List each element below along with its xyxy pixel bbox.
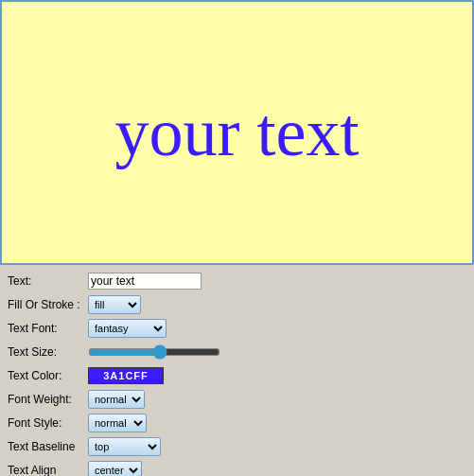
size-label: Text Size: <box>8 345 88 359</box>
color-input-wrapper: 3A1CFF <box>88 367 164 384</box>
color-control-row: Text Color: 3A1CFF <box>8 365 466 386</box>
font-style-select[interactable]: normal italic oblique <box>88 414 147 432</box>
font-label: Text Font: <box>8 322 88 335</box>
preview-text: your text <box>115 94 360 172</box>
font-weight-control-row: Font Weight: normal bold bolder lighter <box>8 389 466 410</box>
controls-panel: Text: Fill Or Stroke : fill stroke Text … <box>0 265 474 476</box>
text-align-control-row: Text Align center left right start end <box>8 460 466 476</box>
text-label: Text: <box>8 274 88 288</box>
font-style-control-row: Font Style: normal italic oblique <box>8 413 466 433</box>
text-input[interactable] <box>88 273 202 290</box>
font-select[interactable]: fantasy serif sans-serif monospace cursi… <box>88 319 167 338</box>
font-weight-label: Font Weight: <box>8 393 88 406</box>
text-align-label: Text Align <box>8 464 88 476</box>
text-baseline-control-row: Text Baseline top middle bottom alphabet… <box>8 436 466 457</box>
color-value-text: 3A1CFF <box>103 370 149 381</box>
color-label: Text Color: <box>8 369 88 382</box>
text-baseline-label: Text Baseline <box>8 440 88 453</box>
fill-stroke-label: Fill Or Stroke : <box>8 298 88 311</box>
fill-stroke-control-row: Fill Or Stroke : fill stroke <box>8 294 466 315</box>
fill-stroke-select[interactable]: fill stroke <box>88 295 141 314</box>
text-control-row: Text: <box>8 271 466 291</box>
canvas-preview: your text <box>0 0 474 265</box>
color-display[interactable]: 3A1CFF <box>88 367 164 384</box>
size-control-row: Text Size: <box>8 342 466 362</box>
size-slider[interactable] <box>88 344 220 360</box>
text-align-select[interactable]: center left right start end <box>88 461 142 476</box>
font-control-row: Text Font: fantasy serif sans-serif mono… <box>8 318 466 339</box>
font-style-label: Font Style: <box>8 416 88 430</box>
text-baseline-select[interactable]: top middle bottom alphabetic hanging <box>88 437 161 456</box>
font-weight-select[interactable]: normal bold bolder lighter <box>88 390 145 409</box>
